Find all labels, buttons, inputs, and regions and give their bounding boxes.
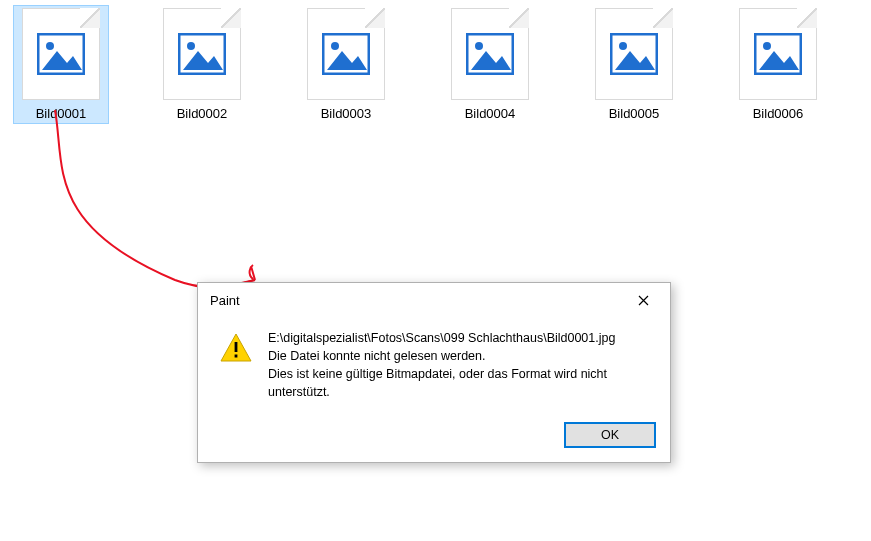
svg-marker-8: [327, 51, 367, 70]
file-thumbnail: [307, 8, 385, 100]
dialog-message: E:\digitalspezialist\Fotos\Scans\099 Sch…: [268, 329, 652, 402]
svg-point-16: [763, 42, 771, 50]
file-item[interactable]: Bild0006: [730, 8, 826, 121]
close-button[interactable]: [626, 289, 660, 311]
svg-point-10: [475, 42, 483, 50]
svg-marker-2: [42, 51, 82, 70]
dialog-line: Die Datei konnte nicht gelesen werden.: [268, 347, 652, 365]
file-label: Bild0005: [609, 106, 660, 121]
file-thumbnail: [163, 8, 241, 100]
close-icon: [638, 295, 649, 306]
dialog-body: E:\digitalspezialist\Fotos\Scans\099 Sch…: [198, 315, 670, 412]
file-thumbnail: [739, 8, 817, 100]
svg-point-7: [331, 42, 339, 50]
dialog-line: Dies ist keine gültige Bitmapdatei, oder…: [268, 365, 652, 401]
svg-marker-5: [183, 51, 223, 70]
svg-marker-11: [471, 51, 511, 70]
file-item[interactable]: Bild0005: [586, 8, 682, 121]
file-item[interactable]: Bild0002: [154, 8, 250, 121]
image-icon: [322, 33, 370, 75]
file-item[interactable]: Bild0001: [13, 5, 109, 124]
svg-marker-14: [615, 51, 655, 70]
svg-point-4: [187, 42, 195, 50]
file-label: Bild0006: [753, 106, 804, 121]
file-label: Bild0003: [321, 106, 372, 121]
svg-rect-20: [235, 355, 238, 358]
error-dialog: Paint E:\digitalspezialist\Fotos\Scans\0…: [197, 282, 671, 463]
dialog-titlebar[interactable]: Paint: [198, 283, 670, 315]
image-icon: [178, 33, 226, 75]
image-icon: [37, 33, 85, 75]
image-icon: [466, 33, 514, 75]
file-grid: Bild0001 Bild0002 Bild0003: [0, 0, 871, 129]
image-icon: [610, 33, 658, 75]
svg-point-13: [619, 42, 627, 50]
svg-point-1: [46, 42, 54, 50]
image-icon: [754, 33, 802, 75]
file-thumbnail: [451, 8, 529, 100]
dialog-line: E:\digitalspezialist\Fotos\Scans\099 Sch…: [268, 329, 652, 347]
warning-icon: [220, 333, 252, 363]
file-item[interactable]: Bild0004: [442, 8, 538, 121]
dialog-button-row: OK: [198, 412, 670, 462]
svg-marker-17: [759, 51, 799, 70]
file-label: Bild0004: [465, 106, 516, 121]
file-thumbnail: [595, 8, 673, 100]
file-thumbnail: [22, 8, 100, 100]
file-label: Bild0002: [177, 106, 228, 121]
file-label: Bild0001: [36, 106, 87, 121]
ok-button[interactable]: OK: [564, 422, 656, 448]
file-item[interactable]: Bild0003: [298, 8, 394, 121]
dialog-title: Paint: [210, 293, 240, 308]
svg-rect-19: [235, 342, 238, 352]
